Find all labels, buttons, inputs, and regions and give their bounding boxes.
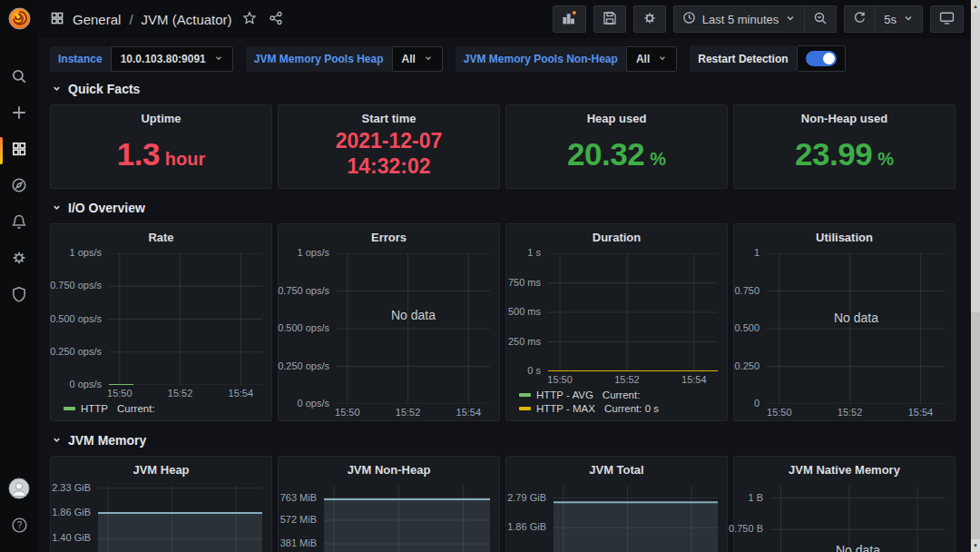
topbar: General / JVM (Actuator) L xyxy=(38,0,980,38)
start-clock: 14:32:02 xyxy=(336,154,443,179)
add-panel-button[interactable] xyxy=(553,5,586,33)
legend-item[interactable]: HTTP - AVGCurrent: xyxy=(519,388,727,401)
panel-duration: Duration 1 s750 ms500 ms250 ms0 s 15:501… xyxy=(505,223,728,421)
x-axis: 15:5015:5215:54 xyxy=(767,404,946,420)
plot-area[interactable] xyxy=(554,486,718,552)
legend-series-name: HTTP - AVG xyxy=(536,389,593,400)
y-tick-label: 0.750 ops/s xyxy=(278,285,329,296)
grafana-logo[interactable] xyxy=(0,0,38,36)
add-panel-icon xyxy=(562,10,577,28)
graph-body: 1 ops/s0.750 ops/s0.500 ops/s0.250 ops/s… xyxy=(279,246,499,404)
sidebar-item-create[interactable] xyxy=(0,96,38,133)
heap-pools-label[interactable]: JVM Memory Pools Heap xyxy=(246,46,392,72)
refresh-interval-dropdown[interactable]: 5s xyxy=(876,5,923,33)
sidebar-item-explore[interactable] xyxy=(0,169,38,205)
section-title: Quick Facts xyxy=(68,82,140,96)
panel-jvm-native-memory: JVM Native Memory 1 B0.750 B No data xyxy=(733,456,956,552)
page-scrollbar[interactable]: ▲ ▼ xyxy=(971,0,980,552)
section-jvm-memory[interactable]: JVM Memory xyxy=(52,430,956,450)
panel-title[interactable]: Heap used xyxy=(506,105,727,127)
scrollbar-down-arrow[interactable]: ▼ xyxy=(971,539,980,552)
panel-non-heap-used: Non-Heap used 23.99% xyxy=(733,104,956,189)
compass-icon xyxy=(11,177,27,197)
plot-area[interactable] xyxy=(109,253,262,385)
panel-jvm-non-heap: JVM Non-Heap 763 MiB572 MiB381 MiB xyxy=(278,456,500,552)
scrollbar-up-arrow[interactable]: ▲ xyxy=(971,0,980,13)
panel-title[interactable]: Rate xyxy=(51,224,271,246)
restart-detection-toggle[interactable] xyxy=(797,45,846,72)
zoom-out-button[interactable] xyxy=(805,5,837,33)
instance-dropdown[interactable]: 10.0.103.80:9091 xyxy=(111,46,233,72)
y-axis: 2.79 GiB1.86 GiB xyxy=(506,486,554,552)
tv-mode-button[interactable] xyxy=(930,5,964,33)
sidebar-item-search[interactable] xyxy=(0,60,38,96)
legend-item[interactable]: HTTP - MAXCurrent: 0 s xyxy=(519,401,727,415)
breadcrumb-section[interactable]: General xyxy=(73,12,121,27)
y-tick-label: 0.750 B xyxy=(729,523,763,534)
time-range-picker[interactable]: Last 5 minutes xyxy=(673,5,806,33)
plot-area[interactable] xyxy=(548,253,718,371)
sidebar-item-configuration[interactable] xyxy=(0,242,38,278)
section-quick-facts[interactable]: Quick Facts xyxy=(52,79,956,99)
legend-current-value: Current: xyxy=(117,403,155,414)
panel-jvm-heap: JVM Heap 2.33 GiB1.86 GiB1.40 GiB954 MiB xyxy=(50,456,272,552)
topbar-actions: Last 5 minutes 5s xyxy=(553,5,964,33)
star-dashboard-button[interactable] xyxy=(240,9,259,30)
save-icon xyxy=(603,11,617,28)
x-axis: 15:5015:5215:54 xyxy=(548,371,718,388)
nonheap-pools-dropdown[interactable]: All xyxy=(626,46,677,72)
plot-area[interactable] xyxy=(98,486,262,552)
x-tick-label: 15:54 xyxy=(681,374,707,385)
panel-title[interactable]: JVM Heap xyxy=(51,457,271,478)
nonheap-pools-label[interactable]: JVM Memory Pools Non-Heap xyxy=(456,46,626,72)
graph-body: 1 s750 ms500 ms250 ms0 s xyxy=(506,246,727,371)
panel-title[interactable]: Non-Heap used xyxy=(734,105,955,127)
shield-icon xyxy=(11,286,27,306)
x-tick-label: 15:54 xyxy=(908,407,934,418)
panel-title[interactable]: Duration xyxy=(506,224,727,246)
sidebar-item-profile[interactable] xyxy=(0,472,38,508)
plot-area[interactable]: No data xyxy=(767,253,946,404)
panel-title[interactable]: Errors xyxy=(279,224,499,246)
panel-title[interactable]: JVM Native Memory xyxy=(734,457,955,478)
heap-used-unit: % xyxy=(650,149,666,170)
plot-area[interactable]: No data xyxy=(770,486,946,552)
panel-title[interactable]: Uptime xyxy=(51,105,271,127)
y-tick-label: 0 ops/s xyxy=(70,379,102,389)
y-tick-label: 1.40 GiB xyxy=(52,532,91,543)
sidebar-item-server-admin[interactable] xyxy=(0,278,38,314)
share-dashboard-button[interactable] xyxy=(267,9,285,30)
chevron-down-icon xyxy=(785,13,796,26)
legend-item[interactable]: HTTPCurrent: xyxy=(64,401,271,415)
breadcrumb: General / JVM (Actuator) xyxy=(50,9,285,30)
chevron-down-icon xyxy=(424,53,433,65)
save-dashboard-button[interactable] xyxy=(593,5,626,33)
plot-area[interactable]: No data xyxy=(337,253,490,404)
section-io-overview[interactable]: I/O Overview xyxy=(52,198,956,218)
y-tick-label: 0.500 ops/s xyxy=(50,313,102,324)
sidebar-item-dashboards[interactable] xyxy=(0,133,38,169)
panel-title[interactable]: JVM Total xyxy=(506,457,727,478)
avatar-icon xyxy=(8,478,30,503)
tv-icon xyxy=(939,10,955,28)
heap-pools-dropdown[interactable]: All xyxy=(392,46,443,72)
plot-area[interactable] xyxy=(324,486,490,552)
dashboard-settings-button[interactable] xyxy=(633,5,666,33)
y-tick-label: 500 ms xyxy=(508,306,541,317)
y-tick-label: 381 MiB xyxy=(280,537,317,548)
x-tick-label: 15:50 xyxy=(767,407,792,418)
y-tick-label: 750 ms xyxy=(508,277,541,288)
dashboard-title[interactable]: JVM (Actuator) xyxy=(142,12,232,27)
uptime-value: 1.3 xyxy=(117,136,160,172)
sidebar-item-alerting[interactable] xyxy=(0,205,38,242)
panel-title[interactable]: Start time xyxy=(279,105,499,127)
scrollbar-thumb[interactable] xyxy=(971,13,980,312)
x-tick-label: 15:52 xyxy=(396,407,421,418)
sidebar-item-help[interactable]: ? xyxy=(0,508,38,545)
refresh-icon xyxy=(853,11,867,27)
panel-title[interactable]: Utilisation xyxy=(734,224,955,246)
scrollbar-track[interactable] xyxy=(971,312,980,539)
graph-body: 2.33 GiB1.86 GiB1.40 GiB954 MiB xyxy=(51,478,271,552)
refresh-button[interactable] xyxy=(844,5,876,33)
panel-title[interactable]: JVM Non-Heap xyxy=(279,457,499,478)
